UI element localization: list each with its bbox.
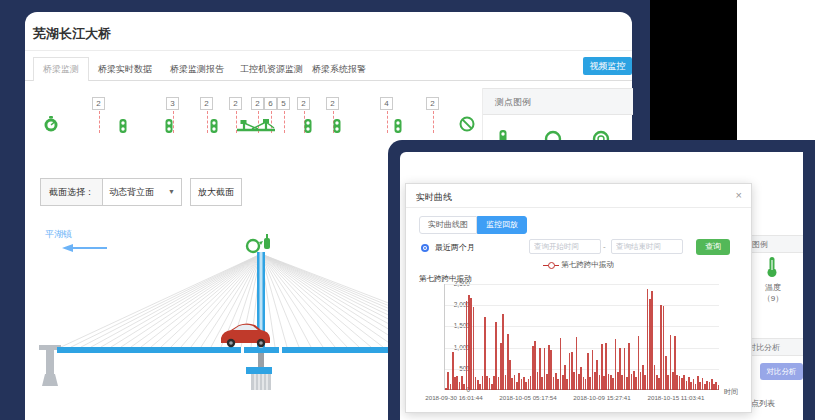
bridge-tower-lower — [258, 353, 264, 369]
black-backdrop — [650, 0, 737, 143]
start-time-input[interactable] — [529, 239, 601, 254]
link-sensor-icon[interactable] — [205, 117, 223, 135]
sensor-count-badge: 5 — [277, 97, 290, 110]
section-selector-label: 截面选择： — [41, 179, 103, 205]
chart-legend[interactable]: 第七跨跨中振动 — [406, 260, 751, 270]
background-window-corner — [737, 0, 815, 143]
realtime-curve-modal: 实时曲线 × 实时曲线图 监控回放 最近两个月 - 查询 第七跨跨中振动 — [405, 183, 752, 413]
x-axis-tick: 2018-10-15 11:03:41 — [648, 394, 705, 401]
left-arrow-icon — [65, 246, 107, 251]
sensor-count-badge: 4 — [380, 97, 393, 110]
leader-line — [387, 111, 388, 133]
flag-sensor-icon — [264, 234, 270, 249]
link-sensor-icon[interactable] — [114, 117, 132, 135]
bridge-pier-column — [251, 374, 271, 390]
compare-analysis-button[interactable]: 对比分析 — [760, 363, 803, 380]
tab-monitor-report[interactable]: 桥梁监测报告 — [170, 63, 224, 76]
x-axis-tick: 2018-09-30 16:01:44 — [425, 394, 482, 401]
x-axis-tick: 2018-10-09 15:27:41 — [573, 394, 630, 401]
modal-header: 实时曲线 × — [406, 184, 751, 208]
tab-realtime-data[interactable]: 桥梁实时数据 — [98, 63, 152, 76]
tab-realtime-curve[interactable]: 实时曲线图 — [419, 216, 477, 234]
temperature-count: （9） — [752, 293, 794, 304]
link-sensor-icon[interactable] — [160, 117, 178, 135]
temperature-icon[interactable] — [766, 256, 778, 282]
section-dropdown[interactable]: 动态背立面 ▼ — [103, 179, 181, 205]
tab-monitor-playback[interactable]: 监控回放 — [477, 216, 527, 234]
enlarge-section-button[interactable]: 放大截面 — [190, 178, 242, 206]
x-axis-tick: 2018-10-05 05:17:54 — [499, 394, 556, 401]
sensor-count-badge: 2 — [426, 97, 439, 110]
legend-panel-title: 测点图例 — [483, 88, 633, 115]
leader-line — [284, 111, 285, 133]
header-divider — [25, 50, 632, 51]
sensor-count-badge: 6 — [264, 97, 277, 110]
sensor-count-badge: 2 — [326, 97, 339, 110]
sensor-count-badge: 2 — [297, 97, 310, 110]
link-sensor-icon[interactable] — [328, 117, 346, 135]
query-button[interactable]: 查询 — [696, 239, 730, 255]
leader-line — [99, 111, 100, 133]
forbidden-sensor-icon[interactable] — [458, 115, 476, 133]
section-selector: 截面选择： 动态背立面 ▼ — [40, 178, 182, 206]
sensor-count-badge: 2 — [200, 97, 213, 110]
modal-tabs: 实时曲线图 监控回放 — [419, 216, 527, 234]
screen: 芜湖长江大桥 桥梁监测 桥梁实时数据 桥梁监测报告 工控机资源监测 桥梁系统报警… — [0, 0, 815, 420]
tab-system-alarm[interactable]: 桥梁系统报警 — [312, 63, 366, 76]
sensor-count-badge: 3 — [166, 97, 179, 110]
end-time-input[interactable] — [611, 239, 683, 254]
x-axis-label: 时间 — [724, 387, 738, 397]
rotation-sensor-icon — [247, 240, 263, 252]
tab-ipc-resource[interactable]: 工控机资源监测 — [240, 63, 303, 76]
tabs-divider — [25, 80, 632, 81]
speed-sensor-icon[interactable] — [42, 115, 60, 133]
leader-line — [433, 111, 434, 133]
close-icon[interactable]: × — [736, 189, 742, 201]
last-two-months-label: 最近两个月 — [435, 242, 475, 253]
legend-panel: 测点图例 — [482, 88, 632, 148]
page-title: 芜湖长江大桥 — [33, 25, 111, 43]
temperature-label: 温度 — [752, 282, 794, 293]
link-sensor-icon[interactable] — [299, 117, 317, 135]
bridge-sensor-icon[interactable] — [236, 117, 276, 135]
section-dropdown-value: 动态背立面 — [109, 179, 154, 205]
sensor-count-badge: 2 — [229, 97, 242, 110]
sensor-count-badge: 2 — [92, 97, 105, 110]
legend-marker-icon — [543, 262, 559, 269]
last-two-months-radio[interactable] — [421, 244, 429, 252]
bridge-pier-cap — [246, 367, 272, 374]
vibration-chart[interactable] — [444, 284, 719, 390]
range-separator: - — [603, 242, 606, 251]
modal-title: 实时曲线 — [416, 191, 452, 204]
playback-window: 测点图例 温度 （9） 对比分析 对比分析 隐藏测点列表 实时曲线 × 实时曲线… — [388, 140, 815, 420]
chevron-down-icon: ▼ — [168, 179, 175, 205]
sensor-count-badge: 2 — [251, 97, 264, 110]
playback-page: 测点图例 温度 （9） 对比分析 对比分析 隐藏测点列表 实时曲线 × 实时曲线… — [400, 152, 803, 420]
link-sensor-icon[interactable] — [389, 117, 407, 135]
video-monitor-button[interactable]: 视频监控 — [583, 57, 632, 75]
tab-bridge-monitor[interactable]: 桥梁监测 — [33, 57, 89, 81]
